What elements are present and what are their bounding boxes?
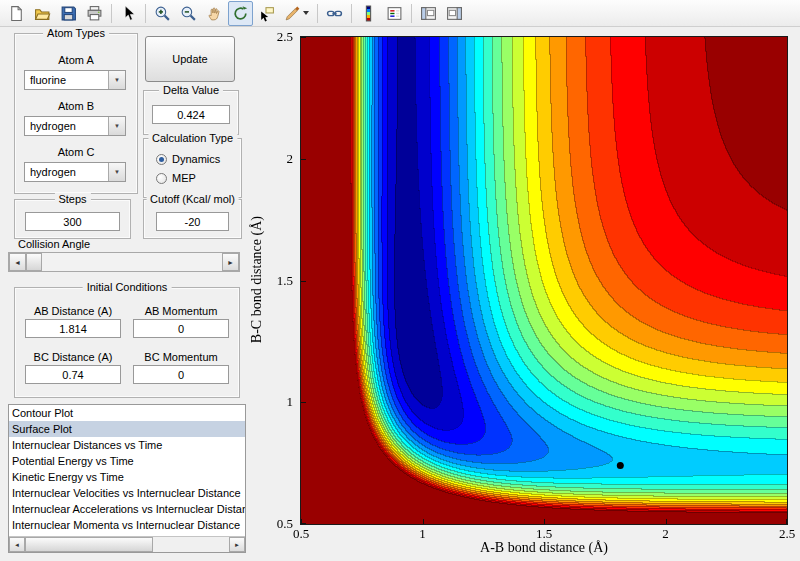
radio-dynamics[interactable]: Dynamics [156,152,220,166]
plot-type-listbox[interactable]: Contour PlotSurface PlotInternuclear Dis… [8,404,246,553]
chevron-down-icon[interactable] [303,11,309,15]
y-tick-mark [301,402,306,403]
radio-icon [156,173,167,184]
brush-icon[interactable] [280,1,313,26]
toolbar-separator [351,4,352,23]
atom-c-label: Atom C [15,146,137,158]
x-axis-ticks: 0.511.522.5 [301,526,787,540]
atom-b-dropdown[interactable]: hydrogen ▼ [24,116,126,136]
radio-dynamics-label: Dynamics [172,153,220,165]
ab-momentum-label: AB Momentum [133,305,229,317]
atom-a-label: Atom A [15,54,137,66]
list-item[interactable]: Potential Energy vs Time [9,453,245,469]
chevron-down-icon: ▼ [108,163,125,181]
atom-b-value: hydrogen [25,117,108,135]
x-tick-mark [544,519,545,524]
hscroll-track[interactable] [25,537,229,552]
cutoff-input[interactable] [156,212,229,231]
hide-plot-tools-icon[interactable] [416,1,441,26]
radio-mep-label: MEP [172,172,196,184]
ab-momentum-input[interactable] [133,319,229,338]
y-tick-mark [301,37,306,38]
atom-types-panel: Atom Types Atom A fluorine ▼ Atom B hydr… [14,33,138,194]
y-axis-label: B-C bond distance (Å) [248,36,266,523]
list-item[interactable]: Internuclear Accelerations vs Internucle… [9,501,245,517]
y-tick-mark [301,281,306,282]
bc-momentum-input[interactable] [133,365,229,384]
list-item[interactable]: Internuclear Distances vs Time [9,437,245,453]
atom-c-value: hydrogen [25,163,108,181]
print-icon[interactable] [82,1,107,26]
figure-window: Atom Types Atom A fluorine ▼ Atom B hydr… [0,0,800,561]
list-item[interactable]: Surface Plot [9,421,245,437]
atom-a-dropdown[interactable]: fluorine ▼ [24,70,126,90]
chevron-down-icon: ▼ [108,71,125,89]
y-tick-label: 2.5 [277,29,293,45]
delta-value-input[interactable] [152,105,230,124]
cutoff-panel-title: Cutoff (Kcal/ mol) [146,193,239,205]
ab-distance-label: AB Distance (A) [25,305,121,317]
ab-distance-input[interactable] [25,319,121,338]
y-tick-mark [301,159,306,160]
contour-plot-canvas[interactable] [301,37,787,524]
toolbar [0,0,800,27]
bc-distance-label: BC Distance (A) [25,351,121,363]
listbox-items: Contour PlotSurface PlotInternuclear Dis… [9,405,245,537]
toolbar-separator [317,4,318,23]
data-cursor-icon[interactable] [254,1,279,26]
list-item[interactable]: Internuclear Momenta vs Internuclear Dis… [9,517,245,533]
slider-right-arrow-icon[interactable]: ► [222,253,239,271]
atom-b-label: Atom B [15,100,137,112]
x-tick-mark [666,519,667,524]
x-tick-mark [423,519,424,524]
collision-angle-label: Collision Angle [18,238,90,250]
cursor-icon[interactable] [116,1,141,26]
link-plots-icon[interactable] [322,1,347,26]
show-plot-tools-icon[interactable] [442,1,467,26]
bc-momentum-label: BC Momentum [133,351,229,363]
initial-conditions-panel: Initial Conditions AB Distance (A) AB Mo… [14,287,240,398]
contour-plot-axes [300,36,788,525]
list-item[interactable]: Internuclear Velocities vs Internuclear … [9,485,245,501]
slider-left-arrow-icon[interactable]: ◄ [9,253,26,271]
insert-colorbar-icon[interactable] [356,1,381,26]
y-tick-mark [301,523,306,524]
hscroll-left-arrow-icon[interactable]: ◄ [9,537,25,552]
toolbar-separator [411,4,412,23]
bc-distance-input[interactable] [25,365,121,384]
atom-c-dropdown[interactable]: hydrogen ▼ [24,162,126,182]
collision-angle-slider[interactable]: ◄ ► [8,252,240,272]
y-tick-label: 1.5 [277,273,293,289]
save-icon[interactable] [56,1,81,26]
hscroll-right-arrow-icon[interactable]: ► [229,537,245,552]
x-tick-mark [786,519,787,524]
x-axis-label: A-B bond distance (Å) [301,540,787,556]
calculation-type-panel-title: Calculation Type [148,132,237,144]
y-tick-label: 1 [287,394,294,410]
y-tick-label: 0.5 [277,516,293,532]
radio-icon [156,154,167,165]
toolbar-separator [145,4,146,23]
slider-track[interactable] [26,253,222,271]
list-item[interactable]: Contour Plot [9,405,245,421]
rotate-3d-icon[interactable] [228,1,253,26]
zoom-in-icon[interactable] [150,1,175,26]
cutoff-panel: Cutoff (Kcal/ mol) [143,199,242,239]
listbox-hscrollbar[interactable]: ◄ ► [9,536,245,552]
list-item[interactable]: Kinetic Energy vs Time [9,469,245,485]
slider-thumb[interactable] [26,253,42,271]
insert-legend-icon[interactable] [382,1,407,26]
pan-icon[interactable] [202,1,227,26]
steps-panel: Steps [14,199,131,239]
steps-input[interactable] [25,212,120,231]
update-button[interactable]: Update [145,36,235,82]
initial-conditions-panel-title: Initial Conditions [83,281,172,293]
new-document-icon[interactable] [4,1,29,26]
zoom-out-icon[interactable] [176,1,201,26]
hscroll-thumb[interactable] [25,537,153,552]
toolbar-separator [111,4,112,23]
radio-mep[interactable]: MEP [156,171,196,185]
open-folder-icon[interactable] [30,1,55,26]
chevron-down-icon: ▼ [108,117,125,135]
atom-a-value: fluorine [25,71,108,89]
